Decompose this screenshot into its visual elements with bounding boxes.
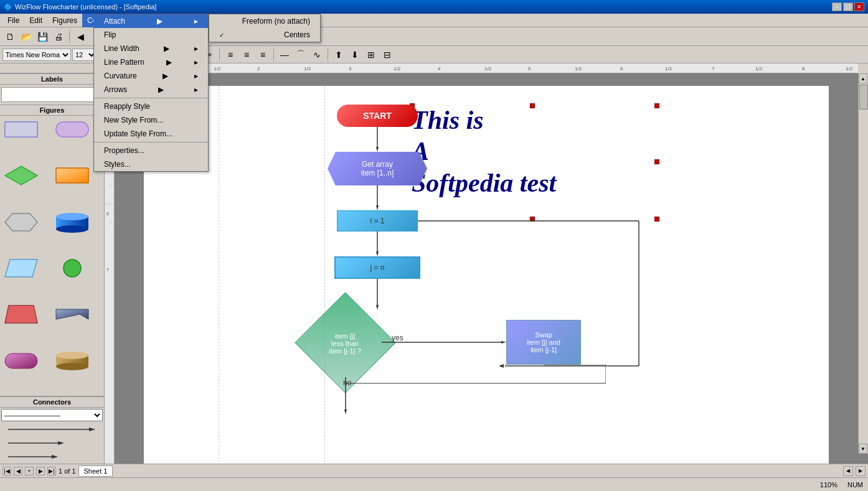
nav-prev[interactable]: ◀ (14, 467, 22, 475)
save-button[interactable]: 💾 (35, 29, 50, 44)
ruler-horizontal: 1/2 1 1/2 2 1/2 3 1/2 4 1/2 5 1/2 6 1/2 … (105, 63, 858, 73)
maximize-button[interactable]: □ (843, 2, 853, 11)
svg-marker-27 (5, 260, 37, 277)
nav-add-page[interactable]: + (25, 467, 34, 475)
group-button[interactable]: ⊞ (364, 47, 379, 62)
figure-rounded-shape[interactable] (2, 350, 40, 372)
guideline-2 (324, 86, 325, 464)
nav-first[interactable]: |◀ (2, 467, 11, 475)
align-center-button[interactable]: ≡ (239, 47, 254, 62)
svg-marker-30 (5, 306, 37, 323)
back-button[interactable]: ◀ (73, 29, 88, 44)
menu-item-styles[interactable]: Styles... (94, 157, 208, 171)
figure-rect-gradient[interactable] (54, 164, 91, 187)
figure-rectangle[interactable] (2, 118, 40, 141)
bring-front[interactable]: ⬆ (331, 47, 346, 62)
nav-last[interactable]: ▶| (47, 467, 56, 475)
ruler-corner (0, 63, 105, 73)
status-bar: 110% NUM (0, 477, 868, 491)
svg-rect-20 (56, 122, 88, 137)
menu-file[interactable]: File (2, 14, 24, 27)
arrow-to-swap (382, 341, 506, 344)
nav-bar: |◀ ◀ + ▶ ▶| 1 of 1 Sheet 1 ◀ ▶ (0, 464, 868, 477)
open-button[interactable]: 📂 (19, 29, 34, 44)
scrollbar-corner (858, 63, 868, 73)
selection-handle-tr (654, 103, 659, 108)
figure-diamond[interactable] (2, 164, 40, 187)
connectors-section: Connectors ————————— (0, 396, 104, 464)
menu-item-line-pattern[interactable]: Line Pattern ▶ (94, 55, 208, 69)
connector-item-1[interactable] (0, 423, 104, 436)
menu-item-new-style[interactable]: New Style From... (94, 113, 208, 127)
close-button[interactable]: ✕ (854, 2, 864, 11)
zoom-status: 110% (820, 481, 837, 489)
scroll-down-button[interactable]: ▼ (859, 444, 867, 454)
connector-item-3[interactable] (0, 450, 104, 464)
canvas-scroll[interactable]: This is A Softpedia test START (115, 73, 858, 464)
menu-item-update-style[interactable]: Update Style From... (94, 127, 208, 141)
selection-handle-tm (530, 103, 535, 108)
status-right: 110% NUM (820, 481, 863, 489)
scroll-up-button[interactable]: ▲ (859, 73, 867, 83)
nav-scroll-right[interactable]: ▶ (856, 466, 866, 476)
menu-item-flip[interactable]: Flip (94, 28, 208, 42)
figure-trapezoid[interactable] (2, 303, 40, 325)
figure-rounded-rect[interactable] (54, 118, 91, 141)
new-button[interactable]: 🗋 (2, 29, 17, 44)
submenu-item-freeform[interactable]: Freeform (no attach) (209, 14, 320, 28)
menu-item-properties[interactable]: Properties... (94, 144, 208, 157)
minimize-button[interactable]: − (832, 2, 842, 11)
menu-item-arrows[interactable]: Arrows ▶ (94, 83, 208, 96)
svg-rect-31 (5, 353, 37, 368)
align-left-button[interactable]: ≡ (223, 47, 238, 62)
connector-type-select[interactable]: ————————— (1, 409, 103, 421)
guideline-1 (219, 86, 219, 464)
send-back[interactable]: ⬇ (347, 47, 362, 62)
shape-swap[interactable]: Swapitem [j] anditem [j-1] (506, 320, 581, 365)
align-right-button[interactable]: ≡ (255, 47, 270, 62)
submenu-item-centers[interactable]: ✓ Centers (209, 28, 320, 42)
line-style1[interactable]: — (277, 47, 292, 62)
sheet-tab[interactable]: Sheet 1 (78, 465, 113, 477)
menu-item-attach[interactable]: Attach ▶ (94, 14, 208, 28)
figure-hexagon[interactable] (2, 211, 40, 233)
shape-rect-i[interactable]: i = 1 (337, 210, 418, 231)
svg-point-25 (56, 213, 88, 220)
menu-edit[interactable]: Edit (24, 14, 47, 27)
page-info: 1 of 1 (59, 467, 76, 475)
menu-figures[interactable]: Figures (47, 14, 82, 27)
font-name-select[interactable]: Times New Roma (2, 49, 71, 61)
line-style3[interactable]: ∿ (309, 47, 324, 62)
svg-text:3: 3 (349, 66, 352, 72)
menu-item-curvature[interactable]: Curvature ▶ (94, 69, 208, 83)
line-style2[interactable]: ⌒ (293, 47, 308, 62)
shape-rect-j[interactable]: j = n (334, 256, 420, 279)
scrollbar-vertical[interactable]: ▲ ▼ (858, 73, 868, 454)
nav-next[interactable]: ▶ (36, 467, 45, 475)
shape-process1[interactable]: Get arrayitem [1..n] (328, 152, 427, 185)
figure-banner[interactable] (54, 303, 91, 325)
labels-input[interactable] (1, 87, 103, 102)
svg-marker-38 (58, 441, 64, 445)
figure-circle[interactable] (54, 257, 91, 279)
canvas-area[interactable]: 4 5 6 7 This is A Sof (105, 73, 868, 464)
scroll-thumb[interactable] (859, 85, 868, 110)
connector-item-2[interactable] (0, 436, 104, 450)
shape-start[interactable]: START (337, 105, 418, 127)
print-button[interactable]: 🖨 (51, 29, 66, 44)
nav-scroll-left[interactable]: ◀ (843, 466, 853, 476)
attach-submenu: Freeform (no attach) ✓ Centers (209, 14, 321, 42)
page-canvas: This is A Softpedia test START (144, 86, 829, 464)
svg-text:1/2: 1/2 (846, 66, 853, 72)
menu-item-line-width[interactable]: Line Width ▶ (94, 42, 208, 55)
svg-marker-36 (89, 428, 95, 431)
figure-cylinder[interactable] (54, 211, 91, 233)
figure-parallelogram[interactable] (2, 257, 40, 279)
submenu-arrow-4: ▶ (163, 72, 168, 80)
menu-item-reapply-style[interactable]: Reapply Style (94, 100, 208, 113)
figures-section-title: Figures (0, 105, 104, 116)
ungroup-button[interactable]: ⊟ (380, 47, 395, 62)
figure-drum[interactable] (54, 350, 91, 372)
submenu-arrow: ▶ (157, 17, 163, 26)
title-bar-left: 🔷 WizFlow Flowcharter (unlicensed) - [So… (4, 3, 156, 11)
